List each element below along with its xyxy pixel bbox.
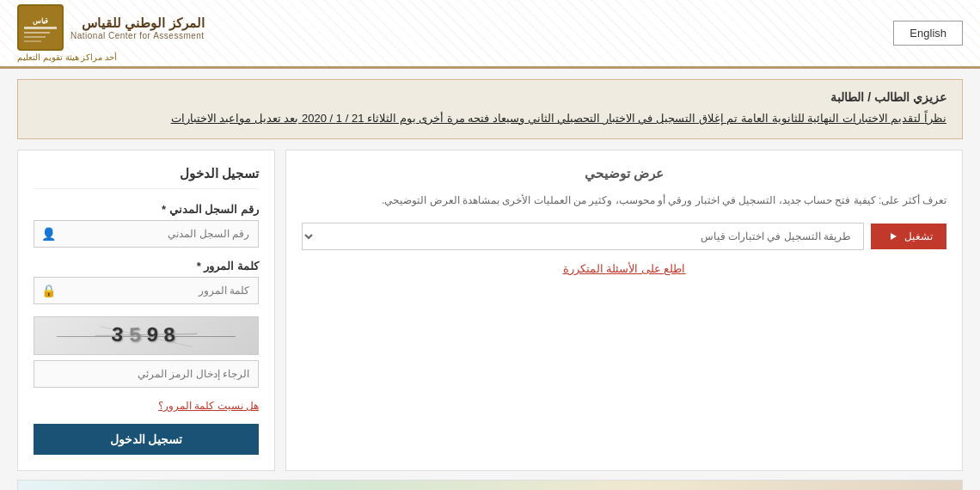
- password-input[interactable]: [63, 278, 258, 303]
- bottom-banner: 🖥 📊 ✏️ 💡 ⚛ ⚙ 💻 تعرف.. على الاختبارات الم…: [17, 480, 963, 490]
- password-label: كلمة المرور *: [34, 260, 259, 273]
- demo-panel: عرض توضيحي تعرف أكثر على: كيفية فتح حساب…: [285, 150, 963, 471]
- captcha-char-1: 8: [162, 323, 182, 348]
- notice-banner: عزيزي الطالب / الطالبة نظراً لتقديم الاخ…: [17, 79, 963, 139]
- login-title: تسجيل الدخول: [34, 166, 259, 189]
- play-button[interactable]: تشغيل: [871, 224, 946, 249]
- captcha-input[interactable]: [34, 361, 258, 387]
- forgot-password-link[interactable]: هل نسيت كلمة المرور؟: [34, 400, 259, 412]
- captcha-input-wrapper: [34, 360, 259, 388]
- demo-title: عرض توضيحي: [302, 166, 946, 181]
- id-label-text: رقم السجل المدني *: [162, 203, 259, 216]
- captcha-image: 8953: [34, 316, 259, 355]
- svg-rect-3: [24, 27, 57, 29]
- english-button[interactable]: English: [893, 21, 963, 46]
- demo-dropdown[interactable]: طريقة التسجيل في اختبارات قياس: [302, 223, 864, 250]
- notice-title: عزيزي الطالب / الطالبة: [34, 90, 946, 104]
- captcha-code: 8953: [111, 324, 181, 347]
- id-input-wrapper: 👤: [34, 220, 259, 248]
- logo-area: المركز الوطني للقياس National Center for…: [17, 4, 205, 62]
- demo-description: تعرف أكثر على: كيفية فتح حساب جديد، التس…: [302, 192, 946, 211]
- svg-rect-4: [24, 32, 50, 34]
- svg-rect-5: [24, 36, 46, 38]
- header: English المركز الوطني للقياس National Ce…: [0, 0, 980, 69]
- logo-arabic-text: المركز الوطني للقياس: [70, 15, 205, 32]
- logo-english-text: National Center for Assessment: [70, 31, 205, 40]
- svg-text:قياس: قياس: [33, 17, 48, 25]
- id-input[interactable]: [63, 221, 258, 247]
- captcha-area: 8953: [34, 316, 259, 388]
- logo-main: المركز الوطني للقياس National Center for…: [17, 4, 205, 51]
- login-panel: تسجيل الدخول رقم السجل المدني * 👤 كلمة ا…: [17, 150, 275, 471]
- notice-text: نظراً لتقديم الاختبارات النهائية للثانوي…: [34, 109, 946, 128]
- svg-rect-6: [24, 40, 41, 42]
- faq-link[interactable]: اطلع على الأسئلة المتكررة: [302, 262, 946, 275]
- password-input-wrapper: 🔒: [34, 277, 259, 304]
- captcha-char-2: 9: [145, 324, 164, 348]
- logo-icon: قياس: [17, 4, 64, 51]
- id-label: رقم السجل المدني *: [34, 203, 259, 216]
- logo-sub-text: أحد مراكز هيئة تقويم التعليم: [17, 52, 117, 62]
- main-content: عرض توضيحي تعرف أكثر على: كيفية فتح حساب…: [17, 150, 963, 471]
- login-button[interactable]: تسجيل الدخول: [34, 424, 259, 455]
- password-label-text: كلمة المرور *: [197, 260, 259, 273]
- notice-underline: نظراً لتقديم الاختبارات النهائية للثانوي…: [171, 112, 946, 125]
- youtube-icon: [885, 230, 900, 242]
- captcha-char-3: 5: [128, 324, 147, 348]
- dropdown-row: تشغيل طريقة التسجيل في اختبارات قياس: [302, 223, 946, 250]
- person-icon: 👤: [34, 227, 63, 241]
- play-label: تشغيل: [904, 230, 933, 242]
- lock-icon: 🔒: [34, 284, 63, 297]
- logo-text: المركز الوطني للقياس National Center for…: [70, 15, 205, 41]
- password-field-group: كلمة المرور * 🔒: [34, 260, 259, 304]
- id-field-group: رقم السجل المدني * 👤: [34, 203, 259, 248]
- captcha-char-4: 3: [110, 323, 130, 348]
